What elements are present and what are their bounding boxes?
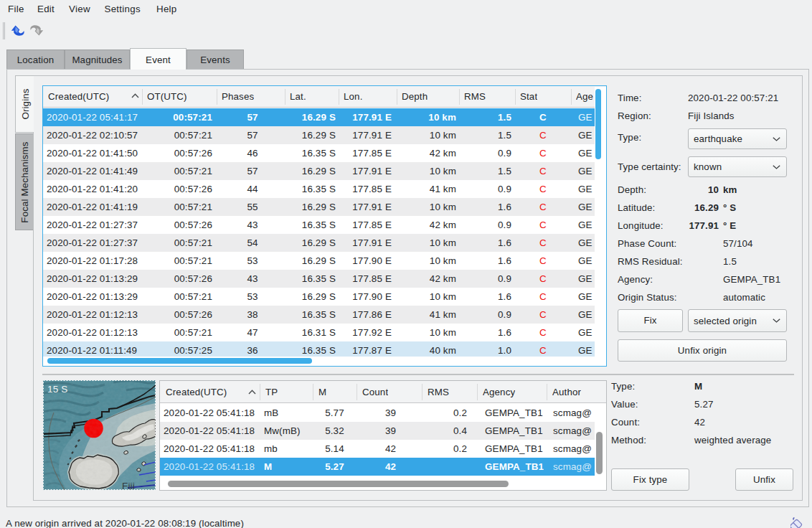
svg-text:Fiji: Fiji (122, 481, 135, 490)
svg-text:15 S: 15 S (47, 384, 67, 395)
